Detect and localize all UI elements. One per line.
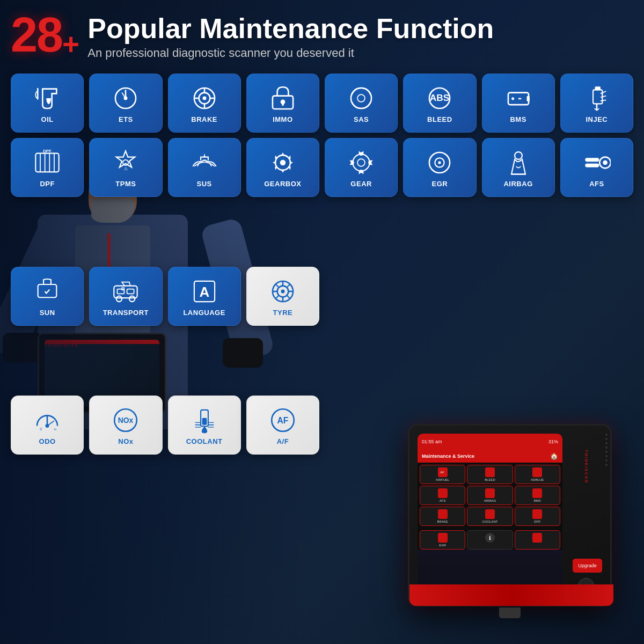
icon-bleed: ABS BLEED — [403, 74, 476, 133]
sun-label: SUN — [40, 309, 55, 317]
svg-line-65 — [287, 284, 290, 288]
menu-adblue-label: ADBLUE — [531, 478, 544, 481]
menu-item-bleed[interactable]: BLEED — [467, 465, 513, 484]
screen-time: 01:55 am — [422, 439, 442, 444]
ets-label: ETS — [119, 115, 133, 123]
device-handle — [409, 584, 613, 606]
icon-odo: 0 ∞ ODO — [11, 396, 84, 455]
svg-point-53 — [129, 296, 135, 301]
svg-text:AF: AF — [277, 416, 288, 425]
menu-item-brake[interactable]: BRAKE — [420, 507, 465, 526]
menu-egr-label: EGR — [439, 544, 446, 547]
nox-label: NOx — [118, 437, 133, 445]
menu-item-adblue[interactable]: ADBLUE — [515, 465, 560, 484]
nox-icon: NOx — [112, 406, 140, 434]
svg-text:⚠: ⚠ — [124, 166, 128, 171]
airbag-icon — [504, 149, 532, 177]
tyre-label: TYRE — [273, 309, 293, 317]
menu-item-misc[interactable]: ℹ — [467, 530, 513, 550]
af-label: A/F — [277, 437, 289, 445]
main-content: 28 + Popular Maintenance Function An pro… — [0, 0, 644, 455]
icon-bms: BMS — [482, 74, 555, 133]
svg-text:∞: ∞ — [54, 427, 56, 431]
device-body: 01:55 am 31% Maintenance & Service 🏠 AF — [408, 424, 612, 606]
icon-sun: SUN — [11, 267, 84, 326]
menu-item-egr[interactable]: EGR — [420, 530, 465, 550]
svg-point-14 — [357, 94, 365, 102]
svg-point-70 — [46, 424, 49, 428]
menu-title: Maintenance & Service — [422, 453, 474, 459]
airbag-label: AIRBAG — [503, 180, 532, 188]
oil-label: OIL — [41, 115, 54, 123]
injec-icon — [583, 84, 611, 112]
immo-label: IMMO — [273, 115, 292, 123]
menu-brake-label: BRAKE — [437, 520, 448, 523]
icon-row-2: DPF DPF ⚠ TPMS — [11, 138, 633, 197]
menu-airfuel-label: AIRFUEL — [436, 478, 449, 481]
menu-item-dpf[interactable]: DPF — [515, 507, 560, 526]
upgrade-button[interactable]: Upgrade — [573, 559, 602, 573]
menu-airbag-label: AIRBAG — [484, 499, 496, 502]
svg-text:DPF: DPF — [43, 149, 52, 153]
svg-rect-12 — [282, 102, 283, 106]
svg-point-41 — [438, 161, 441, 164]
screen-status-bar: 01:55 am 31% — [418, 434, 562, 450]
oil-icon — [33, 84, 61, 112]
svg-point-42 — [515, 152, 522, 159]
sus-label: SUS — [197, 180, 212, 188]
svg-text:NOx: NOx — [118, 416, 134, 425]
icon-row-3: SUN TRANSPORT — [11, 202, 633, 326]
bleed-icon: ABS — [426, 84, 453, 112]
odo-icon: 0 ∞ — [33, 406, 61, 434]
language-icon: A — [191, 277, 218, 305]
svg-point-34 — [123, 159, 128, 165]
menu-item-afs[interactable]: AFS — [420, 486, 465, 505]
icon-nox: NOx NOx — [89, 396, 162, 455]
egr-label: EGR — [432, 180, 448, 188]
dpf-label: DPF — [40, 180, 55, 188]
menu-bleed-label: BLEED — [485, 478, 495, 481]
svg-line-26 — [601, 100, 606, 101]
svg-point-38 — [357, 159, 365, 166]
sas-label: SAS — [354, 115, 369, 123]
menu-item-calendar[interactable] — [515, 530, 560, 550]
icon-tpms: ⚠ TPMS — [89, 138, 162, 197]
transport-icon — [112, 277, 140, 305]
icon-sus: SUS — [168, 138, 241, 197]
svg-point-5 — [202, 96, 206, 100]
svg-point-52 — [116, 296, 122, 301]
afs-label: AFS — [589, 180, 604, 188]
features-grid: OIL ETS — [11, 74, 633, 455]
gearbox-label: GEARBOX — [264, 180, 301, 188]
egr-icon — [426, 149, 453, 177]
main-title: Popular Maintenance Function — [87, 13, 494, 44]
menu-item-coolant[interactable]: COOLANT — [467, 507, 513, 526]
menu-item-bms[interactable]: BMS — [515, 486, 560, 505]
coolant-label: COOLANT — [186, 437, 223, 445]
svg-rect-27 — [35, 153, 58, 172]
ets-icon — [112, 84, 140, 112]
menu-dpf-label: DPF — [534, 520, 540, 523]
transport-label: TRANSPORT — [103, 309, 149, 317]
speaker-dots — [605, 434, 608, 466]
language-label: LANGUAGE — [183, 309, 225, 317]
svg-text:A: A — [199, 284, 209, 300]
injec-label: INJEC — [586, 115, 608, 123]
bms-icon — [504, 84, 532, 112]
tyre-icon — [269, 277, 297, 305]
device-side-panel: THINKISCAN — [567, 434, 605, 600]
svg-line-64 — [276, 284, 279, 288]
menu-item-airfuel[interactable]: AF AIRFUEL — [420, 465, 465, 484]
svg-text:ABS: ABS — [430, 92, 450, 103]
svg-rect-76 — [202, 418, 207, 425]
main-subtitle: An professional diagnostic scanner you d… — [87, 46, 494, 60]
header-text-block: Popular Maintenance Function An professi… — [87, 13, 494, 60]
svg-rect-51 — [127, 289, 134, 294]
icon-language: A LANGUAGE — [168, 267, 241, 326]
headline-plus: + — [62, 30, 79, 59]
icon-coolant: COOLANT — [168, 396, 241, 455]
device-connector — [499, 608, 521, 618]
svg-text:AF: AF — [440, 471, 444, 474]
menu-item-airbag[interactable]: AIRBAG — [467, 486, 513, 505]
svg-line-66 — [276, 295, 279, 298]
